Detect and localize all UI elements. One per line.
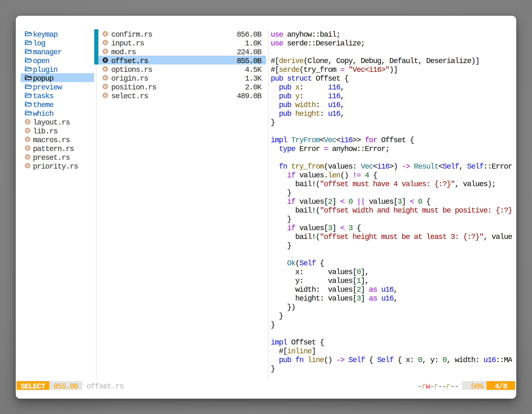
svg-text:R: R xyxy=(26,146,29,151)
svg-text:R: R xyxy=(104,76,106,80)
svg-text:R: R xyxy=(104,67,106,72)
svg-text:R: R xyxy=(26,137,29,142)
svg-text:R: R xyxy=(104,58,106,63)
svg-text:R: R xyxy=(104,94,106,98)
svg-text:R: R xyxy=(26,155,29,160)
svg-text:R: R xyxy=(104,85,106,89)
svg-text:R: R xyxy=(104,41,106,45)
svg-text:R: R xyxy=(26,164,29,168)
svg-text:R: R xyxy=(104,32,106,36)
svg-text:R: R xyxy=(26,129,29,133)
svg-text:R: R xyxy=(26,120,29,124)
svg-text:R: R xyxy=(104,49,106,54)
